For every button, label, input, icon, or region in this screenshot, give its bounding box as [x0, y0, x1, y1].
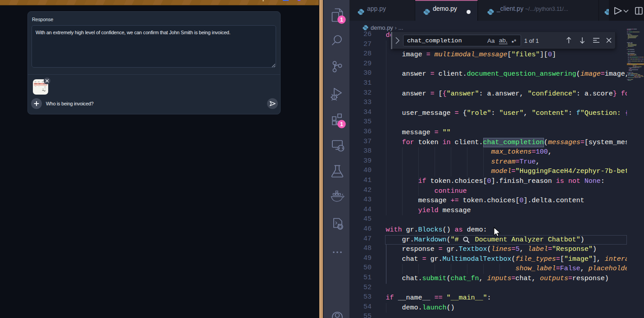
svg-text:1: 1	[340, 17, 343, 23]
svg-text:1: 1	[340, 121, 343, 127]
